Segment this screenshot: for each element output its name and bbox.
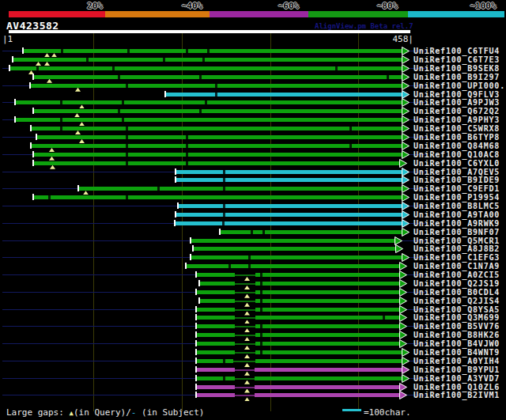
hit-bar[interactable] [34,75,402,79]
hit-bar[interactable] [197,393,399,397]
hit-bar[interactable] [191,255,402,259]
hit-bar[interactable] [197,342,399,346]
hit-label[interactable]: UniRef100_A9TA00 [413,211,505,220]
hit-label[interactable]: UniRef100_A8J8B2 [413,245,505,254]
hit-label[interactable]: UniRef100_B6TYP8 [413,134,505,142]
bar-break [387,75,389,79]
hit-bar[interactable] [197,350,402,354]
hit-bar[interactable] [197,359,402,363]
hit-label[interactable]: UniRef100_C6T7E3 [413,56,505,65]
hit-bar[interactable] [197,273,399,277]
bar-break [222,221,225,225]
hit-label[interactable]: UniRef100_C1EFG3 [413,254,505,263]
hit-label[interactable]: UniRef100_Q5MCR1 [413,237,505,246]
hit-label[interactable]: UniRef100_Q672Q2 [413,108,505,116]
gap-triangle-icon [244,363,250,367]
hit-label[interactable]: UniRef100_C9EFD1 [413,185,505,194]
hit-label[interactable]: UniRef100_B8LMC5 [413,202,505,211]
hit-label[interactable]: UniRef100_A9RWK9 [413,220,505,229]
colorbar-segment [9,11,105,17]
hit-label[interactable]: UniRef100_B9YPU1 [413,366,505,375]
hit-bar[interactable] [197,376,402,380]
hit-bar[interactable] [34,153,402,157]
hit-bar[interactable] [24,49,402,53]
hit-label[interactable]: UniRef100_Q8YSA5 [413,306,505,315]
hit-label[interactable]: UniRef100_A0ZCI5 [413,271,505,280]
hit-label[interactable]: UniRef100_A9PHY3 [413,116,505,125]
hit-label[interactable]: UniRef100_Q10AC8 [413,151,505,160]
colorbar-segment [105,11,210,17]
hit-label[interactable]: UniRef100_A0YIH4 [413,358,505,366]
hit-label[interactable]: UniRef100_B9I297 [413,74,505,82]
hit-label[interactable]: UniRef100_Q10ZL6 [413,384,505,392]
hit-label[interactable]: UniRef100_C1N7A9 [413,263,505,271]
bar-break [260,282,262,286]
hit-bar[interactable] [221,230,402,234]
start-tick [198,280,200,286]
hit-bar[interactable] [176,213,402,217]
hit-label[interactable]: UniRef100_Q3M699 [413,314,505,323]
hit-label[interactable]: UniRef100_B2IVM1 [413,392,505,400]
hit-label[interactable]: UniRef100_B9IDE9 [413,176,505,185]
hit-bar[interactable] [200,299,399,303]
arrowhead-icon [399,271,407,279]
hit-bar[interactable] [32,127,402,131]
bar-break [251,230,253,234]
hit-bar[interactable] [194,247,395,251]
hit-label[interactable]: UniRef100_B8HK26 [413,331,505,340]
bar-break [205,100,207,104]
hit-label[interactable]: UniRef100_C6TFU4 [413,47,505,56]
gap-triangle-icon [244,354,250,358]
hit-bar[interactable] [187,264,399,268]
hit-label[interactable]: UniRef100_Q2JIS4 [413,297,505,306]
hit-bar[interactable] [176,221,402,225]
hit-bar[interactable] [191,239,395,243]
hit-bar[interactable] [179,204,402,208]
hit-bar[interactable] [79,187,402,191]
hit-bar[interactable] [197,290,399,294]
hit-label[interactable]: UniRef100_B0CDL4 [413,289,505,297]
hit-label[interactable]: UniRef100_A7QEV5 [413,168,505,177]
hit-bar[interactable] [32,144,402,148]
arrowhead-icon [402,193,410,202]
hit-label[interactable]: UniRef100_B9NF07 [413,229,505,237]
hit-label[interactable]: UniRef100_C5WRX8 [413,125,505,134]
bar-break [260,290,262,294]
hit-bar[interactable] [197,316,399,320]
hit-bar[interactable] [16,100,402,104]
bar-break [335,66,338,70]
hit-label[interactable]: UniRef100_Q2JS19 [413,280,505,289]
hit-label[interactable]: UniRef100_Q9FLV3 [413,91,505,100]
hit-bar[interactable] [200,282,399,286]
hit-label[interactable]: UniRef100_UPI000.. [413,82,505,91]
hit-label[interactable]: UniRef100_P19954 [413,194,505,202]
hit-bar[interactable] [197,333,399,337]
bar-break [207,49,210,53]
gap-legend-subject-text: (in Subject) [136,407,204,418]
hit-bar[interactable] [13,58,402,62]
hit-bar[interactable] [34,195,402,199]
hit-label[interactable]: UniRef100_Q84M68 [413,142,505,151]
hit-bar[interactable] [197,368,402,372]
scale-start-label: |1 [2,34,13,44]
hit-bar[interactable] [176,178,402,182]
hit-bar[interactable] [37,135,402,139]
hit-label[interactable]: UniRef100_A9PJW3 [413,99,505,108]
hit-label[interactable]: UniRef100_B4WNT9 [413,349,505,358]
hit-bar[interactable] [197,385,399,389]
hit-bar[interactable] [34,109,402,113]
start-tick [198,297,200,304]
hit-label[interactable]: UniRef100_B4VJW0 [413,340,505,349]
hit-label[interactable]: UniRef100_B9SEK8 [413,65,505,74]
hit-label[interactable]: UniRef100_A3YVD7 [413,375,505,384]
bar-break [126,84,128,88]
hit-bar[interactable] [176,170,402,174]
hit-bar[interactable] [34,161,399,165]
hit-label[interactable]: UniRef100_B5VV76 [413,323,505,331]
hit-bar[interactable] [197,308,399,312]
hit-bar[interactable] [166,93,402,96]
hit-label[interactable]: UniRef100_C6YXL0 [413,160,505,168]
hit-bar[interactable] [16,118,402,122]
hit-bar[interactable] [10,66,402,70]
hit-bar[interactable] [197,324,399,328]
